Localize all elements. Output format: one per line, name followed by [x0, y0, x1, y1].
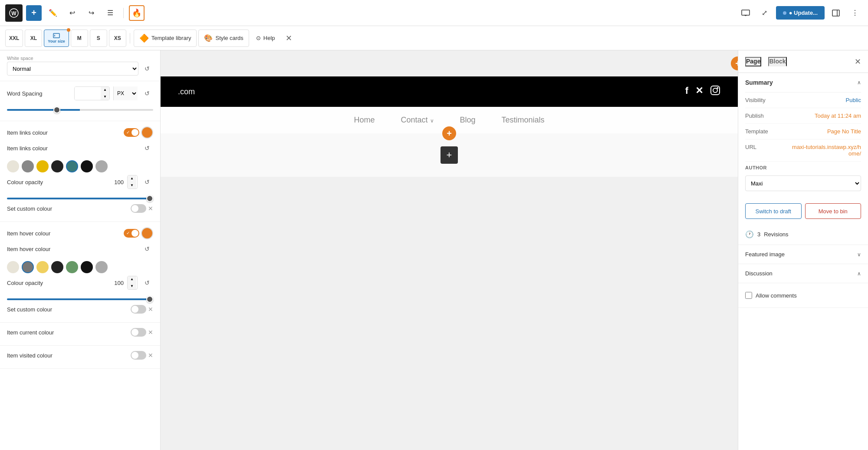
author-select[interactable]: Maxi [745, 175, 861, 191]
external-link-button[interactable]: ⤢ [757, 5, 773, 21]
url-value[interactable]: maxi-tutorials.instawp.xyz/home/ [792, 144, 861, 157]
svg-text:W: W [11, 10, 16, 17]
template-label: Template [745, 128, 768, 135]
swatch-darkblack[interactable] [81, 160, 93, 172]
swatch2-green[interactable] [66, 261, 78, 273]
redo-button[interactable]: ↪ [83, 5, 99, 21]
word-spacing-section: Word Spacing 0 ▲ ▼ PX EM REM ↺ [0, 81, 160, 121]
swatch-lightgray[interactable] [95, 160, 108, 172]
colour-opacity-down[interactable]: ▼ [128, 182, 136, 189]
url-label: URL [745, 144, 756, 150]
discussion-header[interactable]: Discussion ∧ [738, 264, 868, 283]
svg-rect-2 [742, 10, 750, 15]
swatch2-black[interactable] [51, 261, 63, 273]
summary-header[interactable]: Summary ∧ [745, 73, 861, 93]
swatch-teal[interactable] [66, 160, 78, 172]
word-spacing-slider[interactable] [7, 109, 153, 111]
add-block-top-button[interactable]: + [731, 56, 738, 70]
swatch-black[interactable] [51, 160, 63, 172]
word-spacing-reset-button[interactable]: ↺ [141, 87, 153, 99]
more-options-button[interactable]: ⋮ [847, 5, 863, 21]
add-block-dark-button[interactable]: + [441, 146, 458, 164]
undo-button[interactable]: ↩ [64, 5, 80, 21]
colour-opacity2-reset-button[interactable]: ↺ [141, 277, 153, 289]
revisions-row[interactable]: 🕐 3 Revisions [738, 224, 868, 245]
add-button[interactable]: + [26, 5, 42, 21]
swatch2-cream[interactable] [7, 261, 19, 273]
swatch-gray[interactable] [22, 160, 34, 172]
template-library-button[interactable]: 🔶 Template library [134, 30, 197, 47]
colour-opacity2-slider[interactable] [7, 298, 153, 300]
set-custom-x-icon: ✕ [148, 205, 153, 212]
edit-button[interactable]: ✏️ [45, 5, 61, 21]
allow-comments-checkbox[interactable] [745, 292, 752, 299]
publish-value[interactable]: Today at 11:24 am [815, 112, 861, 119]
separator2 [130, 33, 130, 43]
nav-contact: Contact ∨ [401, 116, 434, 125]
tab-block[interactable]: Block [768, 57, 786, 66]
white-space-label: White space [7, 56, 153, 61]
wp-logo[interactable]: W [5, 4, 23, 22]
set-custom-colour2-toggle[interactable] [131, 305, 146, 314]
svg-rect-9 [711, 86, 720, 95]
xl-size-button[interactable]: XL [25, 30, 42, 47]
update-button[interactable]: ● Update... [776, 6, 825, 20]
swatch2-lightgray[interactable] [95, 261, 108, 273]
swatch-cream[interactable] [7, 160, 19, 172]
allow-comments-label[interactable]: Allow comments [756, 292, 797, 299]
style-cards-button[interactable]: 🎨 Style cards [198, 30, 249, 47]
colour-opacity-up[interactable]: ▲ [128, 175, 136, 182]
item-links-toggle-on[interactable]: ✓ [124, 128, 139, 137]
swatch-yellow[interactable] [36, 160, 49, 172]
set-custom-colour-toggle[interactable] [131, 204, 146, 213]
desktop-view-button[interactable] [738, 5, 753, 21]
item-visited-colour-toggle[interactable] [131, 351, 146, 360]
add-block-between-button[interactable]: + [442, 126, 456, 140]
close-toolbar-button[interactable]: ✕ [282, 31, 296, 45]
white-space-reset-button[interactable]: ↺ [141, 63, 153, 75]
contact-chevron-icon: ∨ [430, 118, 434, 124]
canvas-scroll[interactable]: + .com f ✕ [161, 50, 738, 450]
help-button[interactable]: ⊙ Help [251, 30, 280, 47]
colour-opacity-reset-button[interactable]: ↺ [141, 176, 153, 188]
colour-opacity2-down[interactable]: ▼ [128, 283, 136, 290]
list-view-button[interactable]: ☰ [102, 5, 118, 21]
s-size-button[interactable]: S [90, 30, 107, 47]
item-hover-colour-swatch[interactable] [141, 227, 153, 239]
word-spacing-up[interactable]: ▲ [101, 86, 109, 93]
xxl-size-button[interactable]: XXL [5, 30, 23, 47]
swatch2-yellow[interactable] [36, 261, 49, 273]
move-to-bin-button[interactable]: Move to bin [805, 203, 861, 219]
item-current-colour-toggle[interactable] [131, 328, 146, 337]
nav-blog: Blog [460, 116, 476, 125]
item-hover-toggle-on[interactable]: ✓ [124, 229, 139, 238]
panel-close-button[interactable]: ✕ [855, 57, 861, 66]
switch-to-draft-button[interactable]: Switch to draft [745, 203, 802, 219]
revisions-label: Revisions [764, 231, 788, 238]
visibility-value[interactable]: Public [846, 97, 861, 103]
xs-size-button[interactable]: XS [109, 30, 126, 47]
tab-page[interactable]: Page [745, 57, 761, 66]
word-spacing-down[interactable]: ▼ [101, 93, 109, 100]
swatch2-darkblack[interactable] [81, 261, 93, 273]
white-space-select[interactable]: Normal Nowrap Pre [7, 62, 138, 76]
word-spacing-unit-select[interactable]: PX EM REM [113, 86, 138, 100]
canvas-inner: + .com f ✕ [161, 50, 738, 441]
item-links-colour2-reset-button[interactable]: ↺ [141, 142, 153, 154]
item-hover-colour2-reset-button[interactable]: ↺ [141, 243, 153, 255]
your-size-button[interactable]: Your size [44, 30, 69, 47]
word-spacing-input[interactable]: 0 [75, 87, 101, 100]
discussion-content: Allow comments [738, 283, 868, 308]
featured-image-row[interactable]: Featured image ∨ [738, 245, 868, 264]
colour-opacity-stepper-wrap: ▲ ▼ [127, 175, 138, 189]
colour-opacity-slider[interactable] [7, 198, 153, 199]
author-section: AUTHOR Maxi [745, 162, 861, 198]
swatch2-gray[interactable] [22, 261, 34, 273]
m-size-button[interactable]: M [71, 30, 88, 47]
colour-opacity2-up[interactable]: ▲ [128, 276, 136, 283]
discussion-label: Discussion [745, 270, 773, 277]
maxi-button[interactable]: 🔥 [129, 5, 145, 21]
item-links-colour-swatch[interactable] [141, 126, 153, 139]
template-value[interactable]: Page No Title [827, 128, 861, 135]
sidebar-toggle-button[interactable] [828, 5, 844, 21]
